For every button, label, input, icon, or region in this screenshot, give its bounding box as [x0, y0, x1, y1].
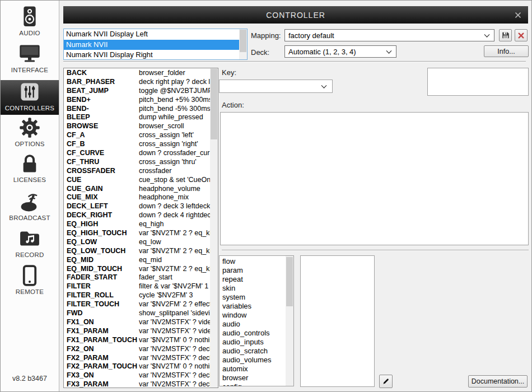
- key-mapping-row[interactable]: FX3_ON var 'NV2MSTFX' ? deck: [64, 371, 210, 380]
- key-action: fader_start: [139, 273, 210, 282]
- key-name: CUE: [64, 176, 139, 185]
- key-name: CUE_MIX: [64, 193, 139, 202]
- key-mapping-row[interactable]: CUE_GAIN headphone_volume: [64, 185, 210, 194]
- key-mapping-row[interactable]: EQ_HIGH eq_high: [64, 220, 210, 229]
- category-item[interactable]: window: [220, 311, 286, 320]
- category-item[interactable]: param: [220, 266, 286, 275]
- action-textarea[interactable]: [220, 112, 529, 245]
- mapping-select[interactable]: factory default: [284, 29, 494, 41]
- info-button[interactable]: Info...: [484, 45, 529, 57]
- key-mapping-row[interactable]: FX1_PARAM var 'NV2MSTFX' ? video: [64, 327, 210, 336]
- key-action: var '$NV2TM' 2 ? eq_kil: [139, 265, 210, 274]
- key-mapping-row[interactable]: CF_CURVE down ? crossfader_cur: [64, 149, 210, 158]
- key-mapping-row[interactable]: FX1_PARAM_TOUCH var '$NV2TM' 0 ? nothin: [64, 336, 210, 345]
- device-item[interactable]: Numark NVII Display Right: [64, 50, 239, 59]
- key-mapping-row[interactable]: BEND- pitch_bend -5% 300ms: [64, 105, 210, 114]
- key-mapping-row[interactable]: EQ_LOW_TOUCH var '$NV2TM' 2 ? eq_kil: [64, 247, 210, 256]
- chevron-down-icon: [321, 83, 327, 88]
- sidebar-item-options[interactable]: OPTIONS: [1, 116, 59, 151]
- key-mapping-row[interactable]: FADER_START fader_start: [64, 273, 210, 282]
- sidebar-item-controllers[interactable]: CONTROLLERS: [1, 80, 59, 115]
- key-mapping-list: BACK browser_folder BAR_PHASER deck righ…: [63, 68, 218, 388]
- category-list-scrollbar[interactable]: [286, 256, 293, 386]
- key-name: BEAT_JUMP: [64, 87, 139, 96]
- key-mapping-row[interactable]: BEAT_JUMP toggle @$NV2BTJUMP: [64, 87, 210, 96]
- category-item[interactable]: variables: [220, 302, 286, 311]
- key-mapping-row[interactable]: FILTER filter & var '$NV2FM' 1 ?: [64, 282, 210, 291]
- category-item[interactable]: config: [220, 382, 286, 386]
- key-mapping-row[interactable]: FWD show_splitpanel 'sidevi: [64, 309, 210, 318]
- key-mapping-row[interactable]: BLEEP dump while_pressed: [64, 113, 210, 122]
- device-list-scrollbar-thumb[interactable]: [240, 30, 246, 52]
- key-mapping-row[interactable]: FX2_PARAM_TOUCH var '$NV2TM' 0 ? nothin: [64, 362, 210, 371]
- deck-select[interactable]: Automatic (1, 2, 3, 4): [284, 45, 396, 58]
- key-name: CF_THRU: [64, 158, 139, 167]
- key-mapping-row[interactable]: FILTER_TOUCH var '$NV2FM' 2 ? effect_: [64, 300, 210, 309]
- edit-action-button[interactable]: [379, 375, 393, 388]
- sidebar-item-licenses[interactable]: LICENSES: [1, 152, 59, 186]
- phone-icon: [21, 264, 38, 287]
- key-mapping-row[interactable]: CROSSFADER crossfader: [64, 167, 210, 176]
- key-mapping-row[interactable]: FX2_PARAM var 'NV2MSTFX' ? deck: [64, 354, 210, 363]
- category-item[interactable]: automix: [220, 365, 286, 374]
- key-mapping-row[interactable]: CF_A cross_assign 'left': [64, 131, 210, 140]
- key-mapping-row[interactable]: FX1_ON var 'NV2MSTFX' ? video: [64, 318, 210, 327]
- key-mapping-row[interactable]: DECK_RIGHT down ? deck 4 rightdec: [64, 211, 210, 220]
- device-list-scrollbar[interactable]: [239, 29, 247, 59]
- key-mapping-row[interactable]: CUE cue_stop & set 'CueOn: [64, 176, 210, 185]
- close-button[interactable]: [514, 11, 522, 20]
- key-action: var 'NV2MSTFX' ? deck: [139, 371, 210, 380]
- key-list-scrollbar-thumb[interactable]: [211, 69, 217, 139]
- category-item[interactable]: browser: [220, 374, 286, 382]
- key-name: FX1_PARAM: [64, 327, 139, 336]
- sidebar-item-remote[interactable]: REMOTE: [1, 264, 59, 298]
- key-action: var 'NV2MSTFX' ? deck: [139, 345, 210, 354]
- key-mapping-row[interactable]: BEND+ pitch_bend +5% 300ms: [64, 96, 210, 105]
- save-mapping-button[interactable]: [499, 29, 512, 41]
- chevron-down-icon: [484, 32, 490, 38]
- sidebar-item-label: REMOTE: [16, 288, 44, 295]
- category-item[interactable]: audio_inputs: [220, 338, 286, 347]
- device-item[interactable]: Numark NVII Display Left: [64, 29, 239, 40]
- key-mapping-row[interactable]: EQ_LOW eq_low: [64, 238, 210, 247]
- sidebar-item-record[interactable]: RECORD: [1, 227, 59, 262]
- key-list-scrollbar[interactable]: [210, 68, 218, 388]
- category-list-scrollbar-thumb[interactable]: [286, 257, 293, 306]
- key-mapping-row[interactable]: BACK browser_folder: [64, 69, 210, 78]
- key-mapping-row[interactable]: EQ_HIGH_TOUCH var '$NV2TM' 2 ? eq_kil: [64, 229, 210, 238]
- key-mapping-row[interactable]: CF_THRU cross_assign 'thru': [64, 158, 210, 167]
- category-item[interactable]: flow: [220, 257, 286, 266]
- sidebar-item-audio[interactable]: AUDIO: [1, 5, 59, 40]
- key-mapping-row[interactable]: EQ_MID_TOUCH var '$NV2TM' 2 ? eq_kil: [64, 265, 210, 274]
- key-name: BLEEP: [64, 113, 139, 122]
- sidebar-item-interface[interactable]: INTERFACE: [1, 42, 59, 77]
- key-mapping-row[interactable]: CUE_MIX headphone_mix: [64, 193, 210, 202]
- mapping-select-value: factory default: [288, 31, 334, 40]
- documentation-button[interactable]: Documentation...: [468, 375, 528, 388]
- category-item[interactable]: skin: [220, 284, 286, 293]
- category-item[interactable]: audio_controls: [220, 329, 286, 338]
- key-mapping-row[interactable]: FILTER_ROLL cycle '$NV2FM' 3: [64, 291, 210, 300]
- category-item[interactable]: system: [220, 293, 286, 302]
- category-item[interactable]: audio_scratch: [220, 347, 286, 356]
- sidebar-item-label: BROADCAST: [9, 214, 50, 221]
- settings-sidebar: AUDIO INTERFACE CONTROLLERS OPTIONS LICE: [1, 1, 59, 391]
- key-mapping-row[interactable]: EQ_MID eq_mid: [64, 256, 210, 265]
- key-mapping-row[interactable]: BROWSE browser_scroll: [64, 122, 210, 131]
- device-item-selected[interactable]: Numark NVII: [64, 40, 239, 50]
- delete-mapping-button[interactable]: [515, 29, 528, 41]
- key-action: deck right play ? deck le: [139, 78, 210, 87]
- category-item[interactable]: repeat: [220, 275, 286, 284]
- key-mapping-row[interactable]: FX3_PARAM var 'NV2MSTFX' ? deck: [64, 380, 210, 388]
- key-select[interactable]: [219, 80, 333, 93]
- record-folder-icon: [18, 227, 41, 250]
- key-mapping-row[interactable]: CF_B cross_assign 'right': [64, 140, 210, 149]
- key-name: BAR_PHASER: [64, 78, 139, 87]
- key-mapping-row[interactable]: FX2_ON var 'NV2MSTFX' ? deck: [64, 345, 210, 354]
- sidebar-item-broadcast[interactable]: BROADCAST: [1, 190, 59, 225]
- key-name: BROWSE: [64, 122, 139, 131]
- key-mapping-row[interactable]: DECK_LEFT down ? deck 3 leftdeck: [64, 202, 210, 211]
- key-mapping-row[interactable]: BAR_PHASER deck right play ? deck le: [64, 78, 210, 87]
- category-item[interactable]: audio: [220, 320, 286, 329]
- category-item[interactable]: audio_volumes: [220, 356, 286, 365]
